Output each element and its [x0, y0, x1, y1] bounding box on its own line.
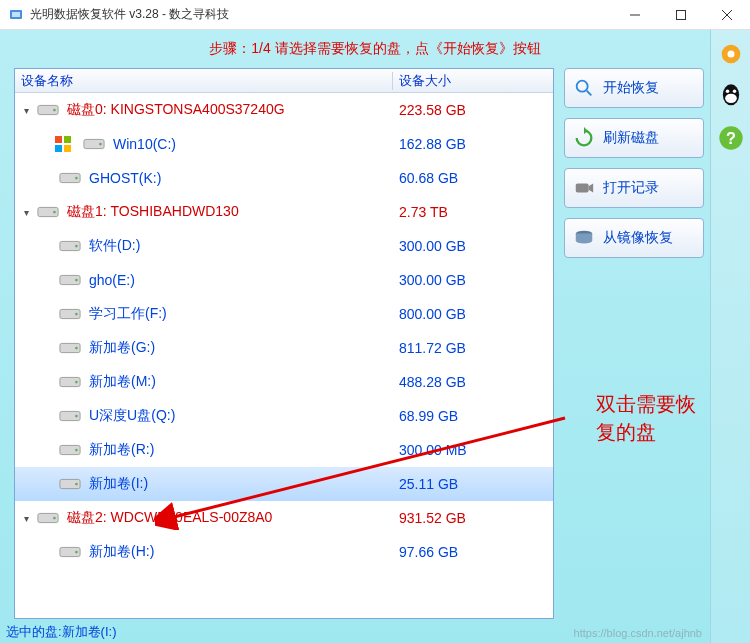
volume-row[interactable]: 新加卷(G:)811.72 GB [15, 331, 553, 365]
app-icon [8, 7, 24, 23]
camera-icon [573, 177, 595, 199]
step-hint: 步骤：1/4 请选择需要恢复的盘，点《开始恢复》按钮 [0, 30, 750, 66]
drive-icon [37, 102, 59, 118]
volume-row[interactable]: 学习工作(F:)800.00 GB [15, 297, 553, 331]
disk-row[interactable]: ▾磁盘0: KINGSTONSA400S37240G223.58 GB [15, 93, 553, 127]
watermark: https://blog.csdn.net/ajhnb [574, 627, 702, 639]
svg-point-37 [75, 551, 78, 554]
row-size: 300.00 GB [393, 238, 553, 254]
disk-row[interactable]: ▾磁盘2: WDCWD10EALS-00Z8A0931.52 GB [15, 501, 553, 535]
row-size: 800.00 GB [393, 306, 553, 322]
drive-icon [37, 204, 59, 220]
volume-row[interactable]: 新加卷(R:)300.00 MB [15, 433, 553, 467]
disk-row[interactable]: ▾磁盘1: TOSHIBAHDWD1302.73 TB [15, 195, 553, 229]
column-header-size[interactable]: 设备大小 [393, 72, 553, 90]
svg-point-19 [75, 245, 78, 248]
svg-point-35 [53, 517, 56, 520]
close-button[interactable] [704, 0, 750, 30]
row-size: 97.66 GB [393, 544, 553, 560]
volume-row[interactable]: 新加卷(M:)488.28 GB [15, 365, 553, 399]
drive-icon [59, 340, 81, 356]
row-label: U深度U盘(Q:) [89, 407, 175, 425]
row-label: Win10(C:) [113, 136, 176, 152]
open-log-button[interactable]: 打开记录 [564, 168, 704, 208]
svg-point-27 [75, 381, 78, 384]
volume-row[interactable]: GHOST(K:)60.68 GB [15, 161, 553, 195]
drive-icon [59, 272, 81, 288]
svg-point-25 [75, 347, 78, 350]
disk-image-icon [573, 227, 595, 249]
refresh-button[interactable]: 刷新磁盘 [564, 118, 704, 158]
start-recovery-label: 开始恢复 [603, 79, 659, 97]
volume-row[interactable]: U深度U盘(Q:)68.99 GB [15, 399, 553, 433]
row-label: 新加卷(G:) [89, 339, 155, 357]
svg-point-45 [727, 51, 734, 58]
search-icon [573, 77, 595, 99]
row-label: 磁盘2: WDCWD10EALS-00Z8A0 [67, 509, 272, 527]
drive-icon [59, 476, 81, 492]
svg-point-48 [725, 90, 729, 94]
svg-rect-8 [55, 136, 62, 143]
volume-row[interactable]: gho(E:)300.00 GB [15, 263, 553, 297]
row-size: 300.00 MB [393, 442, 553, 458]
svg-rect-10 [55, 145, 62, 152]
row-label: 学习工作(F:) [89, 305, 167, 323]
drive-icon [59, 442, 81, 458]
svg-marker-40 [584, 127, 588, 134]
row-size: 2.73 TB [393, 204, 553, 220]
row-size: 68.99 GB [393, 408, 553, 424]
row-size: 931.52 GB [393, 510, 553, 526]
row-size: 162.88 GB [393, 136, 553, 152]
row-label: 新加卷(H:) [89, 543, 154, 561]
drive-icon [59, 374, 81, 390]
svg-point-17 [53, 211, 56, 214]
device-tree-panel: 设备名称 设备大小 ▾磁盘0: KINGSTONSA400S37240G223.… [14, 68, 554, 619]
row-label: 新加卷(R:) [89, 441, 154, 459]
status-bar: 选中的盘:新加卷(I:) [6, 623, 117, 641]
svg-point-49 [732, 90, 736, 94]
drive-icon [59, 544, 81, 560]
volume-row[interactable]: 软件(D:)300.00 GB [15, 229, 553, 263]
volume-row[interactable]: 新加卷(I:)25.11 GB [15, 467, 553, 501]
refresh-label: 刷新磁盘 [603, 129, 659, 147]
svg-point-31 [75, 449, 78, 452]
row-label: 磁盘0: KINGSTONSA400S37240G [67, 101, 285, 119]
side-toolbar: ? [710, 30, 750, 643]
row-label: 软件(D:) [89, 237, 140, 255]
maximize-button[interactable] [658, 0, 704, 30]
column-header-name[interactable]: 设备名称 [15, 72, 393, 90]
volume-row[interactable]: 新加卷(H:)97.66 GB [15, 535, 553, 569]
expander-icon[interactable]: ▾ [19, 105, 33, 116]
svg-rect-11 [64, 145, 71, 152]
row-label: 新加卷(I:) [89, 475, 148, 493]
qq-icon[interactable] [717, 82, 745, 110]
svg-rect-9 [64, 136, 71, 143]
minimize-button[interactable] [612, 0, 658, 30]
refresh-icon [573, 127, 595, 149]
svg-point-21 [75, 279, 78, 282]
svg-point-47 [725, 94, 737, 103]
row-label: 新加卷(M:) [89, 373, 156, 391]
window-title: 光明数据恢复软件 v3.28 - 数之寻科技 [30, 6, 612, 23]
gear-icon[interactable] [717, 40, 745, 68]
row-size: 60.68 GB [393, 170, 553, 186]
drive-icon [83, 136, 105, 152]
windows-icon [55, 136, 71, 152]
volume-row[interactable]: Win10(C:)162.88 GB [15, 127, 553, 161]
row-size: 223.58 GB [393, 102, 553, 118]
from-image-button[interactable]: 从镜像恢复 [564, 218, 704, 258]
tree-body[interactable]: ▾磁盘0: KINGSTONSA400S37240G223.58 GBWin10… [15, 93, 553, 618]
open-log-label: 打开记录 [603, 179, 659, 197]
svg-point-7 [53, 109, 56, 112]
row-size: 811.72 GB [393, 340, 553, 356]
row-label: gho(E:) [89, 272, 135, 288]
row-size: 300.00 GB [393, 272, 553, 288]
svg-line-39 [587, 91, 592, 96]
svg-point-29 [75, 415, 78, 418]
drive-icon [37, 510, 59, 526]
from-image-label: 从镜像恢复 [603, 229, 673, 247]
expander-icon[interactable]: ▾ [19, 513, 33, 524]
expander-icon[interactable]: ▾ [19, 207, 33, 218]
help-icon[interactable]: ? [717, 124, 745, 152]
start-recovery-button[interactable]: 开始恢复 [564, 68, 704, 108]
